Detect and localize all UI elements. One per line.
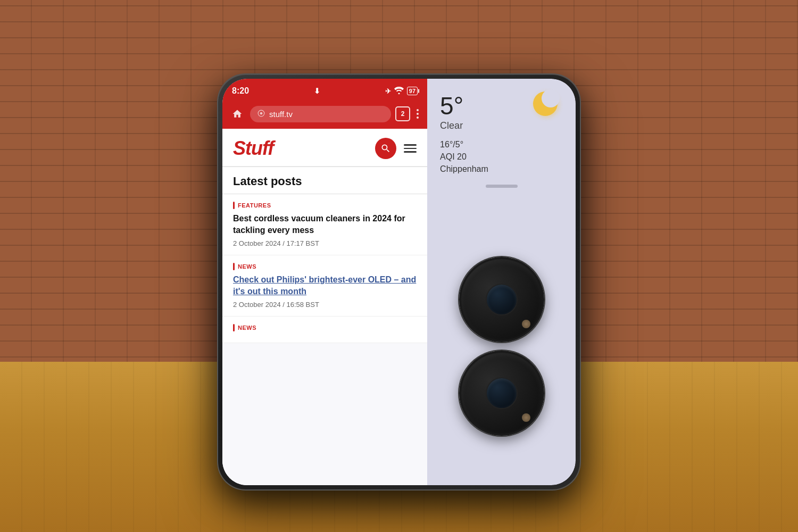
menu-button[interactable] [404,144,417,153]
menu-line-3 [404,151,417,153]
home-button[interactable] [229,105,246,122]
post-category-3: NEWS [233,324,417,331]
wifi-icon [394,87,404,96]
status-icons: ✈ 97 [385,87,418,96]
weather-details: 16°/5° AQI 20 Chippenham [440,140,563,174]
stuff-logo: Stuff [233,137,273,160]
post-date-1: 2 October 2024 / 17:17 BST [233,239,417,247]
weather-condition: Clear [440,120,463,131]
post-item-3: NEWS [222,317,427,343]
camera-lens-inner-1 [486,284,518,315]
camera-lens-2 [459,351,544,436]
more-dot-3 [417,117,419,119]
post-title-2[interactable]: Check out Philips' brightest-ever OLED –… [233,274,417,297]
more-dot-1 [417,109,419,111]
url-bar[interactable]: stuff.tv [250,106,391,122]
camera-lens-inner-2 [486,377,518,409]
phone-inner: 8:20 ⬇ ✈ 97 [222,79,576,485]
latest-posts-title: Latest posts [233,174,417,188]
phone-shell: 8:20 ⬇ ✈ 97 [218,74,580,489]
phone-container: 8:20 ⬇ ✈ 97 [218,74,580,489]
screen-left: 8:20 ⬇ ✈ 97 [222,79,427,485]
posts-list: FEATURES Best cordless vacuum cleaners i… [222,194,427,485]
weather-scroll-indicator [486,185,518,188]
camera-section [427,207,576,485]
weather-main: 5° Clear [440,94,563,131]
battery-indicator: 97 [407,87,418,95]
weather-location: Chippenham [440,164,563,174]
post-category-2: NEWS [233,263,417,270]
browser-bar: stuff.tv 2 [222,101,427,129]
moon-icon [533,92,558,116]
post-item-1: FEATURES Best cordless vacuum cleaners i… [222,194,427,255]
screen-right: 5° Clear 16°/5° AQI 20 Chippenham [427,79,576,485]
tabs-button[interactable]: 2 [395,106,410,121]
latest-posts-header: Latest posts [222,167,427,194]
site-actions [375,138,417,159]
website-content: Stuff [222,129,427,485]
weather-widget: 5° Clear 16°/5° AQI 20 Chippenham [427,79,576,196]
camera-lens-1 [459,257,544,342]
site-header: Stuff [222,129,427,167]
menu-line-2 [404,148,417,149]
status-time: 8:20 [232,86,249,96]
url-security-icon [257,110,265,119]
airplane-icon: ✈ [385,87,391,95]
weather-temperature: 5° [440,94,463,118]
weather-icon [533,92,563,121]
download-icon: ⬇ [314,87,320,95]
search-button[interactable] [375,138,396,159]
weather-aqi: AQI 20 [440,152,563,162]
post-date-2: 2 October 2024 / 16:58 BST [233,301,417,309]
post-title-1[interactable]: Best cordless vacuum cleaners in 2024 fo… [233,213,417,236]
more-dot-2 [417,113,419,115]
url-text: stuff.tv [269,110,293,119]
status-bar: 8:20 ⬇ ✈ 97 [222,79,427,101]
more-button[interactable] [414,107,421,121]
post-item-2: NEWS Check out Philips' brightest-ever O… [222,255,427,317]
menu-line-1 [404,144,417,146]
post-category-1: FEATURES [233,202,417,209]
weather-high-low: 16°/5° [440,140,563,149]
weather-temp-section: 5° Clear [440,94,463,131]
